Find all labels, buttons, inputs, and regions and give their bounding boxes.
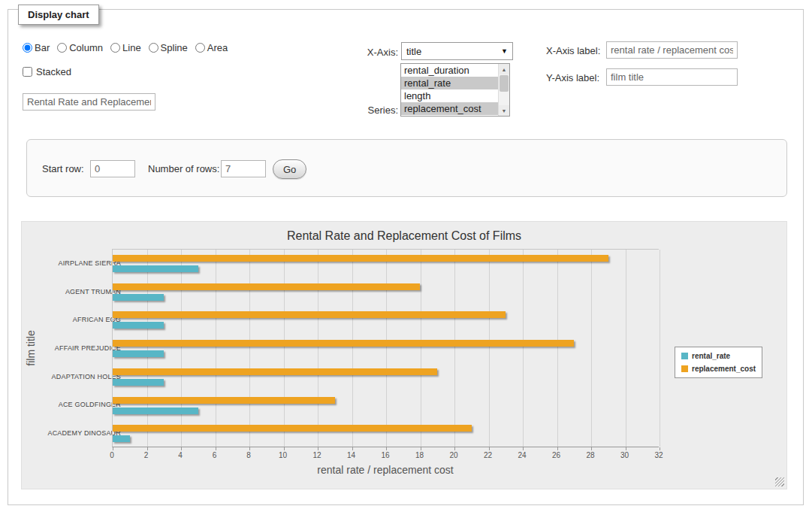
- chart-type-option-label: Bar: [35, 42, 50, 53]
- legend-entry-replacement_cost[interactable]: replacement_cost: [681, 365, 756, 373]
- category-axis-labels: AIRPLANE SIERRAAGENT TRUMANAFRICAN EGGAF…: [22, 249, 127, 447]
- number-of-rows-label: Number of rows:: [148, 163, 219, 174]
- chart-type-option-label: Area: [207, 42, 228, 53]
- category-label: AFRICAN EGG: [22, 316, 121, 323]
- gridline: [216, 250, 216, 447]
- gridline: [318, 250, 318, 447]
- x-tick-mark: [181, 447, 182, 450]
- x-tick-mark: [284, 447, 285, 450]
- chart-type-radio-area[interactable]: [195, 43, 205, 53]
- series-option-rental_duration[interactable]: rental_duration: [401, 64, 498, 77]
- chart-type-radio-bar[interactable]: [23, 43, 32, 53]
- x-axis-select[interactable]: title ▼: [401, 42, 513, 60]
- series-select-label: Series:: [338, 105, 398, 116]
- gridline: [421, 250, 421, 447]
- x-tick-mark: [318, 447, 318, 450]
- gridline: [557, 250, 558, 447]
- display-chart-app: Display chart BarColumnLineSplineArea St…: [0, 0, 812, 512]
- x-tick-label: 18: [415, 451, 424, 459]
- x-tick-label: 10: [279, 451, 287, 459]
- x-tick-label: 2: [144, 451, 149, 459]
- chart-type-option-area[interactable]: Area: [195, 42, 228, 53]
- bar-replacement_cost: [113, 425, 472, 432]
- category-label: ADAPTATION HOLES: [22, 373, 121, 380]
- gridline: [249, 250, 250, 447]
- series-option-rental_rate[interactable]: rental_rate: [401, 77, 498, 89]
- category-label: ACE GOLDFINGER: [22, 401, 121, 408]
- x-tick-mark: [147, 447, 148, 450]
- chart-type-radio-group: BarColumnLineSplineArea: [23, 42, 228, 53]
- x-axis-title: rental rate / replacement cost: [112, 464, 659, 476]
- gridline: [181, 250, 182, 447]
- x-tick-mark: [386, 447, 387, 450]
- plot-area: [112, 249, 659, 447]
- legend-swatch: [681, 353, 688, 359]
- x-axis-selected-value: title: [406, 46, 421, 57]
- gridline: [284, 250, 285, 447]
- scroll-down-icon[interactable]: ▼: [499, 105, 509, 116]
- start-row-input[interactable]: [90, 160, 135, 177]
- chart-type-option-column[interactable]: Column: [57, 42, 103, 53]
- x-tick-mark: [249, 447, 250, 450]
- series-option-length[interactable]: length: [401, 89, 498, 102]
- stacked-checkbox-row[interactable]: Stacked: [23, 66, 71, 77]
- chart-type-option-label: Column: [69, 42, 103, 53]
- x-axis-select-label: X-Axis:: [338, 47, 398, 58]
- bar-rental_rate: [113, 322, 164, 329]
- chart-panel: Rental Rate and Replacement Cost of Film…: [21, 221, 787, 489]
- rows-panel: Start row: Number of rows: Go: [26, 139, 787, 197]
- start-row-label: Start row:: [42, 163, 84, 174]
- x-tick-mark: [523, 447, 524, 450]
- x-tick-label: 30: [620, 451, 629, 459]
- x-tick-mark: [216, 447, 216, 450]
- gridline: [591, 250, 592, 447]
- legend-label: rental_rate: [692, 352, 730, 360]
- go-button[interactable]: Go: [273, 159, 306, 179]
- x-axis-label-input[interactable]: [606, 41, 738, 59]
- bar-replacement_cost: [113, 397, 335, 404]
- category-label: AFFAIR PREJUDICE: [22, 344, 121, 352]
- x-tick-label: 28: [586, 451, 594, 459]
- scroll-up-icon[interactable]: ▲: [499, 64, 509, 74]
- x-axis-tick-labels: 02468101214161820222426283032: [112, 451, 659, 462]
- number-of-rows-input[interactable]: [221, 160, 266, 177]
- gridline: [489, 250, 490, 447]
- gridline: [147, 250, 148, 447]
- series-option-replacement_cost[interactable]: replacement_cost: [401, 102, 498, 115]
- x-tick-label: 14: [347, 451, 355, 459]
- stacked-checkbox[interactable]: [23, 67, 32, 77]
- chart-type-option-label: Spline: [161, 42, 188, 53]
- category-label: AGENT TRUMAN: [22, 288, 121, 295]
- chart-type-radio-column[interactable]: [57, 43, 67, 53]
- y-axis-label-input[interactable]: [606, 68, 738, 86]
- series-scrollbar[interactable]: ▲ ▼: [498, 64, 509, 116]
- dropdown-arrow-icon: ▼: [501, 47, 508, 55]
- legend-swatch: [681, 365, 688, 372]
- fieldset-legend: Display chart: [18, 5, 99, 25]
- chart-type-radio-line[interactable]: [110, 43, 120, 53]
- x-axis-label-caption: X-Axis label:: [546, 45, 600, 56]
- scrollbar-thumb[interactable]: [500, 75, 509, 92]
- x-tick-label: 4: [178, 451, 183, 459]
- x-tick-mark: [557, 447, 558, 450]
- chart-type-option-line[interactable]: Line: [110, 42, 141, 53]
- x-tick-label: 16: [381, 451, 389, 459]
- chart-type-radio-spline[interactable]: [149, 43, 158, 53]
- chart-legend: rental_ratereplacement_cost: [675, 347, 762, 378]
- bar-replacement_cost: [113, 283, 420, 290]
- x-tick-label: 0: [110, 451, 114, 459]
- series-listbox[interactable]: rental_durationrental_ratelengthreplacem…: [400, 63, 510, 117]
- chart-type-option-spline[interactable]: Spline: [149, 42, 188, 53]
- legend-entry-rental_rate[interactable]: rental_rate: [681, 352, 756, 360]
- category-label: AIRPLANE SIERRA: [22, 259, 121, 267]
- chart-title-input[interactable]: [23, 93, 155, 111]
- bar-rental_rate: [113, 435, 130, 442]
- bar-replacement_cost: [113, 311, 506, 318]
- gridline: [626, 250, 626, 447]
- bar-rental_rate: [113, 265, 198, 272]
- x-tick-label: 20: [449, 451, 457, 459]
- resize-handle-icon[interactable]: [775, 477, 784, 486]
- chart-type-option-bar[interactable]: Bar: [23, 42, 50, 53]
- x-tick-mark: [421, 447, 421, 450]
- gridline: [386, 250, 387, 447]
